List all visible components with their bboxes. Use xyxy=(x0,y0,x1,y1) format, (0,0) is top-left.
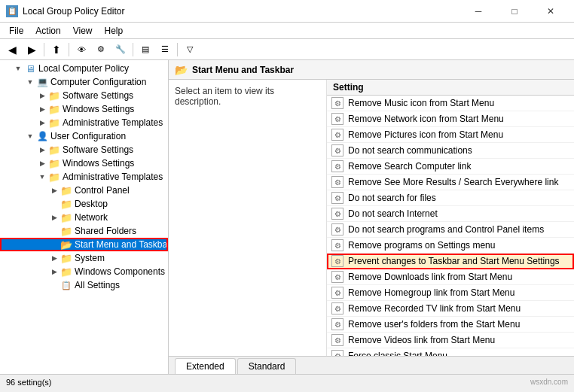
tree-label-computer-configuration: Computer Configuration xyxy=(50,77,146,87)
chevron-windows-uc: ▶ xyxy=(36,160,48,167)
settings-row-text: Remove user's folders from the Start Men… xyxy=(348,319,520,330)
settings-row-icon: ⚙ xyxy=(331,223,343,236)
settings-row-icon: ⚙ xyxy=(331,176,343,188)
settings-row[interactable]: ⚙Do not search for files xyxy=(327,190,574,206)
folder-open-icon: 📂 xyxy=(60,239,72,251)
tree-item-shared-folders[interactable]: 📁 Shared Folders xyxy=(0,224,168,238)
filter-button[interactable]: ▽ xyxy=(181,41,199,58)
settings-row[interactable]: ⚙Remove Network icon from Start Menu xyxy=(327,111,574,127)
menu-view[interactable]: View xyxy=(67,23,99,38)
tree-item-windows-settings-cc[interactable]: ▶ 📁 Windows Settings xyxy=(0,102,168,116)
right-header-title: Start Menu and Taskbar xyxy=(192,65,294,75)
tab-extended[interactable]: Extended xyxy=(175,358,236,374)
tree-label-admin-templates-uc: Administrative Templates xyxy=(63,172,163,182)
settings-row[interactable]: ⚙Remove programs on Settings menu xyxy=(327,238,574,254)
folder-icon: 📁 xyxy=(48,117,60,129)
settings-row[interactable]: ⚙Do not search programs and Control Pane… xyxy=(327,222,574,238)
settings-row[interactable]: ⚙Do not search communications xyxy=(327,143,574,159)
tree-item-system[interactable]: ▶ 📁 System xyxy=(0,251,168,265)
toolbar: ◀ ▶ ⬆ 👁 ⚙ 🔧 ▤ ☰ ▽ xyxy=(0,39,574,60)
tree-item-windows-settings-uc[interactable]: ▶ 📁 Windows Settings xyxy=(0,156,168,170)
forward-button[interactable]: ▶ xyxy=(23,41,41,58)
tree-item-admin-templates-cc[interactable]: ▶ 📁 Administrative Templates xyxy=(0,116,168,129)
settings-row[interactable]: ⚙Remove Search Computer link xyxy=(327,159,574,175)
tree-label-all-settings: All Settings xyxy=(75,280,120,290)
tree-label-user-configuration: User Configuration xyxy=(50,131,126,141)
settings-row[interactable]: ⚙Force classic Start Menu xyxy=(327,348,574,356)
toolbar-separator-3 xyxy=(133,43,133,56)
back-button[interactable]: ◀ xyxy=(3,41,21,58)
folder-icon: 📁 xyxy=(48,144,60,156)
settings-row-text: Do not search programs and Control Panel… xyxy=(348,224,544,235)
tree-item-all-settings[interactable]: 📋 All Settings xyxy=(0,278,168,292)
status-bar: 96 setting(s) wsxdn.com xyxy=(0,374,574,389)
settings-row-text: Do not search for files xyxy=(348,193,436,203)
tree-label-windows-settings-uc: Windows Settings xyxy=(63,158,134,169)
settings-button[interactable]: ⚙ xyxy=(92,41,110,58)
settings-row[interactable]: ⚙Remove Music icon from Start Menu xyxy=(327,96,574,111)
settings-row-icon: ⚙ xyxy=(331,129,343,141)
folder-icon: 📁 xyxy=(60,252,72,264)
right-header-folder-icon: 📂 xyxy=(175,64,188,76)
folder-icon: 📁 xyxy=(48,90,60,102)
description-pane: Select an item to view its description. xyxy=(169,80,327,356)
minimize-button[interactable]: ─ xyxy=(461,0,496,23)
settings-row[interactable]: ⚙Remove Homegroup link from Start Menu xyxy=(327,285,574,301)
app-icon: 📋 xyxy=(6,5,18,17)
settings-row[interactable]: ⚙Do not search Internet xyxy=(327,206,574,222)
settings-row[interactable]: ⚙Remove Pictures icon from Start Menu xyxy=(327,127,574,143)
menu-action[interactable]: Action xyxy=(29,23,66,38)
tree-item-control-panel[interactable]: ▶ 📁 Control Panel xyxy=(0,184,168,197)
tab-standard[interactable]: Standard xyxy=(237,358,297,374)
settings-row[interactable]: ⚙Remove user's folders from the Start Me… xyxy=(327,317,574,333)
toolbar-separator-2 xyxy=(69,43,69,56)
settings-row-text: Remove Videos link from Start Menu xyxy=(348,335,495,345)
tree-item-network[interactable]: ▶ 📁 Network xyxy=(0,211,168,224)
right-header: 📂 Start Menu and Taskbar xyxy=(169,60,574,80)
tree-item-computer-configuration[interactable]: ▼ 💻 Computer Configuration xyxy=(0,75,168,89)
settings-list-icon: 📋 xyxy=(60,279,72,291)
settings-row[interactable]: ⚙Remove See More Results / Search Everyw… xyxy=(327,175,574,190)
list-view-button[interactable]: ▤ xyxy=(136,41,154,58)
settings-row-icon: ⚙ xyxy=(331,302,343,315)
settings-row[interactable]: ⚙Remove Recorded TV link from Start Menu xyxy=(327,301,574,317)
tree-item-local-computer-policy[interactable]: ▼ 🖥 Local Computer Policy xyxy=(0,62,168,75)
settings-row-text: Remove Downloads link from Start Menu xyxy=(348,272,512,282)
settings-row-text: Do not search communications xyxy=(348,145,472,156)
settings-row-icon: ⚙ xyxy=(331,271,343,283)
window-controls: ─ □ ✕ xyxy=(461,0,568,23)
settings-row-icon: ⚙ xyxy=(331,144,343,156)
tree-item-software-settings-cc[interactable]: ▶ 📁 Software Settings xyxy=(0,89,168,102)
tree-item-admin-templates-uc[interactable]: ▼ 📁 Administrative Templates xyxy=(0,170,168,184)
tree-item-software-settings-uc[interactable]: ▶ 📁 Software Settings xyxy=(0,143,168,156)
settings-row-text: Prevent changes to Taskbar and Start Men… xyxy=(348,256,560,266)
maximize-button[interactable]: □ xyxy=(497,0,532,23)
menu-help[interactable]: Help xyxy=(99,23,130,38)
settings-pane: Setting ⚙Remove Music icon from Start Me… xyxy=(327,80,574,356)
close-button[interactable]: ✕ xyxy=(533,0,568,23)
show-hide-button[interactable]: 👁 xyxy=(72,41,90,58)
settings-row-icon: ⚙ xyxy=(331,287,343,299)
menu-bar: File Action View Help xyxy=(0,23,574,39)
tree-label-software-settings-uc: Software Settings xyxy=(63,144,133,155)
tree-label-local-computer: Local Computer Policy xyxy=(38,63,129,74)
tree-label-network: Network xyxy=(75,212,108,223)
right-content: Select an item to view its description. … xyxy=(169,80,574,356)
tree-item-start-menu-taskbar[interactable]: 📂 Start Menu and Taskbar xyxy=(0,238,168,251)
tree-item-windows-components[interactable]: ▶ 📁 Windows Components xyxy=(0,265,168,278)
detail-view-button[interactable]: ☰ xyxy=(156,41,174,58)
settings-row[interactable]: ⚙Prevent changes to Taskbar and Start Me… xyxy=(327,254,574,269)
up-button[interactable]: ⬆ xyxy=(47,41,66,58)
chevron-control-panel: ▶ xyxy=(48,187,60,194)
tree-item-desktop[interactable]: 📁 Desktop xyxy=(0,197,168,211)
menu-file[interactable]: File xyxy=(3,23,29,38)
chevron-windows-components: ▶ xyxy=(48,268,60,275)
watermark: wsxdn.com xyxy=(530,378,568,386)
settings-list[interactable]: ⚙Remove Music icon from Start Menu⚙Remov… xyxy=(327,96,574,356)
tree-label-admin-templates-cc: Administrative Templates xyxy=(63,117,163,128)
settings-row[interactable]: ⚙Remove Downloads link from Start Menu xyxy=(327,269,574,285)
tree-item-user-configuration[interactable]: ▼ 👤 User Configuration xyxy=(0,129,168,143)
settings-row[interactable]: ⚙Remove Videos link from Start Menu xyxy=(327,333,574,348)
properties-button[interactable]: 🔧 xyxy=(111,41,130,58)
folder-icon: 📁 xyxy=(60,266,72,278)
